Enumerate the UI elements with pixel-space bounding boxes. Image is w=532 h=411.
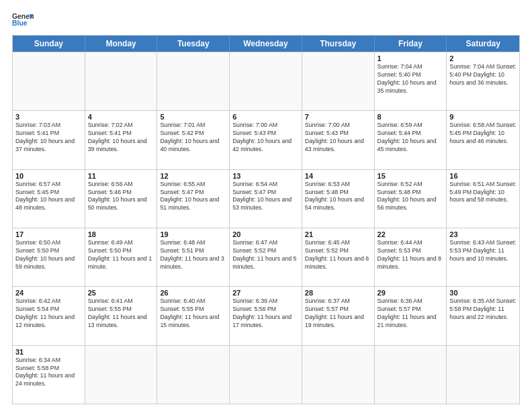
day-cell-empty <box>85 346 158 404</box>
day-cell-2: 2Sunrise: 7:04 AM Sunset: 5:40 PM Daylig… <box>447 52 519 110</box>
day-cell-6: 6Sunrise: 7:00 AM Sunset: 5:43 PM Daylig… <box>230 111 302 169</box>
logo: General Blue <box>12 11 34 30</box>
week-row-0: 1Sunrise: 7:04 AM Sunset: 5:40 PM Daylig… <box>13 52 519 110</box>
day-number: 4 <box>88 113 154 121</box>
day-cell-empty <box>230 346 302 404</box>
day-info: Sunrise: 7:03 AM Sunset: 5:41 PM Dayligh… <box>15 122 82 154</box>
day-number: 2 <box>449 54 517 62</box>
day-cell-empty <box>230 52 302 110</box>
day-number: 19 <box>160 230 226 238</box>
day-info: Sunrise: 6:52 AM Sunset: 5:48 PM Dayligh… <box>378 181 444 213</box>
day-cell-15: 15Sunrise: 6:52 AM Sunset: 5:48 PM Dayli… <box>375 170 447 228</box>
day-info: Sunrise: 7:02 AM Sunset: 5:41 PM Dayligh… <box>88 122 154 154</box>
day-info: Sunrise: 6:49 AM Sunset: 5:50 PM Dayligh… <box>88 239 154 271</box>
day-info: Sunrise: 6:37 AM Sunset: 5:57 PM Dayligh… <box>305 298 371 330</box>
day-info: Sunrise: 6:50 AM Sunset: 5:50 PM Dayligh… <box>15 239 82 271</box>
day-info: Sunrise: 6:42 AM Sunset: 5:54 PM Dayligh… <box>15 298 82 330</box>
day-number: 17 <box>15 230 82 238</box>
day-header-saturday: Saturday <box>447 36 519 52</box>
day-info: Sunrise: 6:43 AM Sunset: 5:53 PM Dayligh… <box>449 239 517 263</box>
day-cell-22: 22Sunrise: 6:44 AM Sunset: 5:53 PM Dayli… <box>375 228 447 286</box>
day-number: 13 <box>232 172 299 180</box>
day-cell-16: 16Sunrise: 6:51 AM Sunset: 5:49 PM Dayli… <box>447 170 519 228</box>
day-info: Sunrise: 6:53 AM Sunset: 5:48 PM Dayligh… <box>305 181 371 213</box>
day-cell-24: 24Sunrise: 6:42 AM Sunset: 5:54 PM Dayli… <box>13 287 85 345</box>
day-info: Sunrise: 6:40 AM Sunset: 5:55 PM Dayligh… <box>160 298 226 330</box>
day-cell-empty <box>13 52 85 110</box>
day-number: 20 <box>232 230 299 238</box>
day-number: 9 <box>449 113 517 121</box>
day-info: Sunrise: 7:01 AM Sunset: 5:42 PM Dayligh… <box>160 122 226 154</box>
day-info: Sunrise: 6:44 AM Sunset: 5:53 PM Dayligh… <box>378 239 444 271</box>
day-cell-18: 18Sunrise: 6:49 AM Sunset: 5:50 PM Dayli… <box>85 228 158 286</box>
day-cell-14: 14Sunrise: 6:53 AM Sunset: 5:48 PM Dayli… <box>302 170 375 228</box>
day-number: 21 <box>305 230 371 238</box>
day-info: Sunrise: 6:48 AM Sunset: 5:51 PM Dayligh… <box>160 239 226 271</box>
day-number: 14 <box>305 172 371 180</box>
week-row-2: 10Sunrise: 6:57 AM Sunset: 5:45 PM Dayli… <box>13 169 519 228</box>
day-header-wednesday: Wednesday <box>230 36 302 52</box>
day-cell-9: 9Sunrise: 6:58 AM Sunset: 5:45 PM Daylig… <box>447 111 519 169</box>
day-cell-7: 7Sunrise: 7:00 AM Sunset: 5:43 PM Daylig… <box>302 111 375 169</box>
day-info: Sunrise: 7:04 AM Sunset: 5:40 PM Dayligh… <box>378 63 444 95</box>
day-number: 31 <box>15 348 82 356</box>
day-cell-30: 30Sunrise: 6:35 AM Sunset: 5:58 PM Dayli… <box>447 287 519 345</box>
day-cell-19: 19Sunrise: 6:48 AM Sunset: 5:51 PM Dayli… <box>157 228 230 286</box>
day-cell-3: 3Sunrise: 7:03 AM Sunset: 5:41 PM Daylig… <box>13 111 85 169</box>
day-info: Sunrise: 6:41 AM Sunset: 5:55 PM Dayligh… <box>88 298 154 330</box>
calendar-body: 1Sunrise: 7:04 AM Sunset: 5:40 PM Daylig… <box>13 52 519 404</box>
day-number: 7 <box>305 113 371 121</box>
day-number: 29 <box>378 289 444 297</box>
day-number: 6 <box>232 113 299 121</box>
logo-icon: General Blue <box>12 11 34 30</box>
day-info: Sunrise: 6:57 AM Sunset: 5:45 PM Dayligh… <box>15 181 82 213</box>
day-cell-11: 11Sunrise: 6:56 AM Sunset: 5:46 PM Dayli… <box>85 170 158 228</box>
day-cell-empty <box>375 346 447 404</box>
day-header-tuesday: Tuesday <box>157 36 230 52</box>
day-cell-28: 28Sunrise: 6:37 AM Sunset: 5:57 PM Dayli… <box>302 287 375 345</box>
day-info: Sunrise: 7:04 AM Sunset: 5:40 PM Dayligh… <box>449 63 517 87</box>
day-number: 16 <box>449 172 517 180</box>
day-cell-13: 13Sunrise: 6:54 AM Sunset: 5:47 PM Dayli… <box>230 170 302 228</box>
day-number: 15 <box>378 172 444 180</box>
day-cell-17: 17Sunrise: 6:50 AM Sunset: 5:50 PM Dayli… <box>13 228 85 286</box>
day-cell-empty <box>157 52 230 110</box>
day-cell-5: 5Sunrise: 7:01 AM Sunset: 5:42 PM Daylig… <box>157 111 230 169</box>
page: General Blue SundayMondayTuesdayWednesda… <box>0 0 532 411</box>
day-cell-12: 12Sunrise: 6:55 AM Sunset: 5:47 PM Dayli… <box>157 170 230 228</box>
day-info: Sunrise: 6:35 AM Sunset: 5:58 PM Dayligh… <box>449 298 517 322</box>
day-info: Sunrise: 6:47 AM Sunset: 5:52 PM Dayligh… <box>232 239 299 271</box>
day-info: Sunrise: 6:58 AM Sunset: 5:45 PM Dayligh… <box>449 122 517 146</box>
week-row-3: 17Sunrise: 6:50 AM Sunset: 5:50 PM Dayli… <box>13 228 519 286</box>
day-number: 23 <box>449 230 517 238</box>
day-cell-4: 4Sunrise: 7:02 AM Sunset: 5:41 PM Daylig… <box>85 111 158 169</box>
day-cell-empty <box>157 346 230 404</box>
day-cell-empty <box>85 52 158 110</box>
week-row-5: 31Sunrise: 6:34 AM Sunset: 5:58 PM Dayli… <box>13 345 519 404</box>
day-number: 24 <box>15 289 82 297</box>
day-info: Sunrise: 6:34 AM Sunset: 5:58 PM Dayligh… <box>15 357 82 389</box>
day-cell-26: 26Sunrise: 6:40 AM Sunset: 5:55 PM Dayli… <box>157 287 230 345</box>
day-number: 3 <box>15 113 82 121</box>
day-number: 28 <box>305 289 371 297</box>
calendar-header: SundayMondayTuesdayWednesdayThursdayFrid… <box>13 36 519 52</box>
day-info: Sunrise: 6:54 AM Sunset: 5:47 PM Dayligh… <box>232 181 299 213</box>
day-cell-29: 29Sunrise: 6:36 AM Sunset: 5:57 PM Dayli… <box>375 287 447 345</box>
svg-text:Blue: Blue <box>12 19 28 27</box>
day-header-thursday: Thursday <box>302 36 375 52</box>
day-cell-1: 1Sunrise: 7:04 AM Sunset: 5:40 PM Daylig… <box>375 52 447 110</box>
day-cell-empty <box>447 346 519 404</box>
day-number: 11 <box>88 172 154 180</box>
day-header-monday: Monday <box>85 36 158 52</box>
day-cell-20: 20Sunrise: 6:47 AM Sunset: 5:52 PM Dayli… <box>230 228 302 286</box>
day-number: 8 <box>378 113 444 121</box>
day-header-sunday: Sunday <box>13 36 85 52</box>
day-info: Sunrise: 7:00 AM Sunset: 5:43 PM Dayligh… <box>232 122 299 154</box>
day-number: 25 <box>88 289 154 297</box>
day-number: 1 <box>378 54 444 62</box>
day-cell-empty <box>302 52 375 110</box>
day-cell-27: 27Sunrise: 6:39 AM Sunset: 5:56 PM Dayli… <box>230 287 302 345</box>
day-number: 18 <box>88 230 154 238</box>
day-number: 5 <box>160 113 226 121</box>
day-cell-21: 21Sunrise: 6:45 AM Sunset: 5:52 PM Dayli… <box>302 228 375 286</box>
